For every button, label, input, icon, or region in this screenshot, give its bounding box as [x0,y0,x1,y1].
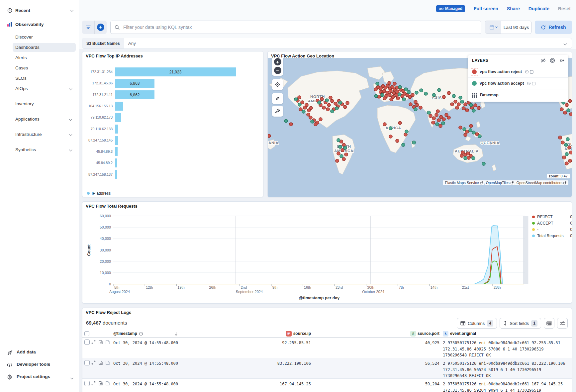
bar[interactable] [115,147,118,156]
sidebar-item-slos[interactable]: SLOs [13,74,76,83]
clock-icon [7,7,13,13]
attribution-link[interactable]: OpenMapTiles [486,181,510,185]
map-continent-label: AFRICA [385,126,401,130]
sidebar-item-recent[interactable]: Recent [0,6,79,15]
column-header-source-port[interactable]: # source.port [383,330,439,337]
sidebar-item-aiops[interactable]: AIOps [13,84,76,93]
expand-row-icon[interactable] [91,360,96,365]
attribution-link[interactable]: OpenStreetMap contributors [517,181,562,185]
attribution-link[interactable]: Elastic Maps Service [445,181,479,185]
select-all-checkbox[interactable] [84,330,89,337]
keyboard-shortcuts-button[interactable] [544,318,554,329]
eye-open-icon[interactable] [550,58,555,63]
table-row[interactable]: Oct 30, 2024 @ 14:55:48.00092.255.85.514… [82,338,572,358]
display-options-button[interactable] [557,318,568,329]
table-row[interactable]: Oct 30, 2024 @ 14:55:48.000167.94.145.25… [82,379,572,392]
bar[interactable]: 6,862 [115,90,154,99]
layer-vpc-flow-action-reject[interactable]: vpc flow action reject [468,66,568,78]
control-value[interactable]: Any [128,41,136,46]
column-header-event-original[interactable]: k event.original [443,330,476,337]
bar[interactable] [115,102,123,111]
event-original-header-label: event.original [450,331,476,336]
zoom-in-button[interactable]: + [274,58,281,65]
duplicate-button[interactable]: Duplicate [528,6,549,11]
kql-search-input[interactable] [123,24,481,30]
filter-button[interactable] [82,21,94,34]
total-requests-chart[interactable]: 010,00020,00030,00040,00050,00060,0005th… [82,211,572,303]
set-view-button[interactable] [272,79,283,90]
share-button[interactable]: Share [507,6,520,11]
sidebar-item-inventory[interactable]: Inventory [13,99,76,108]
full-screen-button[interactable]: Full screen [474,6,498,11]
document-outline-icon[interactable] [106,381,110,386]
bar[interactable] [115,136,118,145]
document-outline-icon[interactable] [106,340,110,344]
bar[interactable] [115,125,118,134]
sidebar-item-discover[interactable]: Discover [13,33,76,42]
map-point [566,138,569,141]
sidebar-item-infrastructure[interactable]: Infrastructure [13,130,76,139]
bar[interactable] [115,113,121,122]
map-point [565,162,568,165]
bar[interactable] [115,158,117,167]
bar[interactable]: 21,023 [115,67,236,76]
document-icon[interactable] [99,340,103,344]
sort-fields-button[interactable]: Sort fields 1 [500,318,541,329]
eye-closed-icon[interactable] [540,58,546,63]
external-link-icon [563,181,566,184]
column-header-source-ip[interactable]: IP source.ip [255,330,311,337]
legend-item-accept[interactable]: ACCEPT0 [532,220,572,226]
add-filter-button[interactable]: + [94,21,107,34]
collapse-panel-icon[interactable] [559,58,564,63]
expand-row-icon[interactable] [91,340,96,344]
column-header-timestamp[interactable]: @timestamp [113,330,143,337]
map-attribution: Elastic Maps Service,OpenMapTiles,OpenSt… [443,180,568,185]
sidebar-item-project-settings[interactable]: Project settings [0,374,79,383]
sidebar-item-cases[interactable]: Cases [13,63,76,72]
document-icon[interactable] [99,381,103,386]
managed-badge[interactable]: Managed [436,5,465,12]
map-point [567,109,570,112]
date-picker[interactable]: Last 90 days [485,21,531,34]
fit-to-data-button[interactable] [272,93,283,104]
refresh-button[interactable]: Refresh [535,21,572,34]
legend-item-total-requests[interactable]: Total Requests0 [532,233,572,239]
table-row[interactable]: Oct 30, 2024 @ 14:55:48.00083.222.190.10… [82,358,572,379]
x-axis-tick-label: 7th [399,285,404,289]
control-s3-bucket-names[interactable]: S3 Bucket Names Any [82,38,572,49]
legend-item-reject[interactable]: REJECT0 [532,214,572,220]
panel-title: VPC Flow Action Geo Location [271,53,334,58]
cell-source-port: 40,925 [383,340,439,346]
document-icon[interactable] [99,360,103,365]
ip-chart-legend[interactable]: IP address [87,191,111,196]
sidebar-solution-observability[interactable]: Observability [0,20,79,29]
sort-count-badge: 1 [531,320,537,327]
sidebar-item-developer-tools[interactable]: Developer tools [0,362,79,370]
plus-icon: + [97,24,104,31]
control-label: S3 Bucket Names [82,38,124,49]
row-checkbox[interactable] [84,340,90,345]
external-link-icon [480,181,483,184]
layer-basemap[interactable]: Basemap [468,89,568,101]
date-picker-calendar-segment[interactable] [485,21,501,34]
expand-row-icon[interactable] [91,381,96,385]
sidebar-item-synthetics[interactable]: Synthetics [13,145,76,154]
row-checkbox[interactable] [84,360,90,365]
columns-button[interactable]: Columns 4 [457,318,497,329]
sidebar-item-alerts[interactable]: Alerts [13,53,76,62]
sidebar-item-add-data[interactable]: Add data [0,349,79,358]
sidebar-item-applications[interactable]: Applications [13,115,76,124]
row-checkbox[interactable] [84,381,90,386]
bar[interactable] [115,170,117,179]
sort-direction-indicator[interactable] [174,330,178,337]
zoom-out-button[interactable]: − [274,67,281,74]
doc-count-word: documents [103,320,127,326]
legend-item-dash[interactable]: -0 [532,226,572,233]
map-point [284,119,288,123]
layer-vpc-flow-action-accept[interactable]: vpc flow action accept [468,78,568,89]
bar[interactable]: 6,863 [115,79,154,88]
sidebar-item-dashboards[interactable]: Dashboards [13,43,76,52]
time-range-value[interactable]: Last 90 days [501,21,531,34]
map-tools-button[interactable] [272,106,283,117]
document-outline-icon[interactable] [106,360,110,365]
